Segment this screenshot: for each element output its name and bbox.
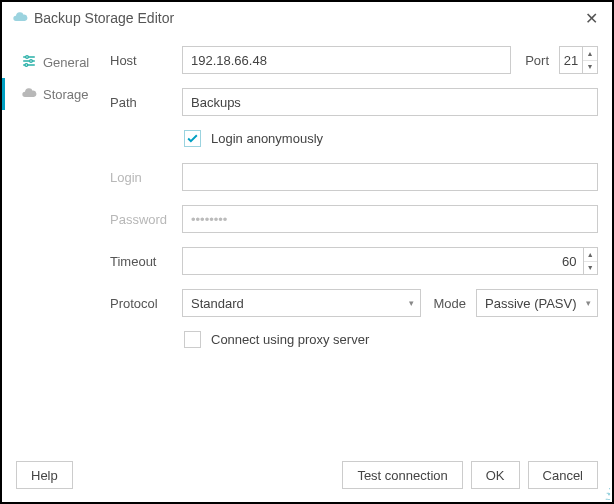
- backup-storage-editor-window: Backup Storage Editor ✕ General Storage …: [0, 0, 614, 504]
- port-input[interactable]: [560, 47, 582, 73]
- path-input[interactable]: [182, 88, 598, 116]
- footer: Help Test connection OK Cancel: [2, 448, 612, 502]
- password-input: [182, 205, 598, 233]
- sidebar: General Storage: [2, 40, 110, 438]
- proxy-label: Connect using proxy server: [211, 332, 369, 347]
- port-step-up[interactable]: ▲: [583, 47, 597, 61]
- sidebar-item-general[interactable]: General: [2, 46, 110, 78]
- port-step-down[interactable]: ▼: [583, 61, 597, 74]
- port-spinner[interactable]: ▲ ▼: [559, 46, 598, 74]
- login-anonymously-label: Login anonymously: [211, 131, 323, 146]
- test-connection-button[interactable]: Test connection: [342, 461, 462, 489]
- chevron-down-icon: ▾: [586, 298, 591, 308]
- titlebar: Backup Storage Editor ✕: [2, 2, 612, 34]
- timeout-step-down[interactable]: ▼: [584, 262, 598, 275]
- host-input[interactable]: [182, 46, 511, 74]
- help-button[interactable]: Help: [16, 461, 73, 489]
- sliders-icon: [21, 53, 37, 72]
- sidebar-item-label: General: [43, 55, 89, 70]
- protocol-value: Standard: [191, 296, 403, 311]
- path-label: Path: [110, 95, 174, 110]
- mode-select[interactable]: Passive (PASV) ▾: [476, 289, 598, 317]
- svg-point-4: [30, 59, 33, 62]
- form-panel: Host Port ▲ ▼ Path Login: [110, 40, 598, 438]
- dialog-body: General Storage Host Port ▲ ▼: [2, 34, 612, 448]
- cloud-icon: [21, 85, 37, 104]
- mode-value: Passive (PASV): [485, 296, 580, 311]
- password-label: Password: [110, 212, 174, 227]
- svg-point-5: [25, 63, 28, 66]
- timeout-step-up[interactable]: ▲: [584, 248, 598, 262]
- login-anonymously-checkbox[interactable]: [184, 130, 201, 147]
- svg-point-3: [26, 55, 29, 58]
- ok-button[interactable]: OK: [471, 461, 520, 489]
- resize-grip[interactable]: ..:..::: [605, 487, 609, 499]
- proxy-checkbox[interactable]: [184, 331, 201, 348]
- window-title: Backup Storage Editor: [34, 10, 579, 26]
- protocol-label: Protocol: [110, 296, 174, 311]
- port-label: Port: [519, 53, 551, 68]
- mode-label: Mode: [429, 296, 468, 311]
- login-input: [182, 163, 598, 191]
- timeout-label: Timeout: [110, 254, 174, 269]
- cancel-button[interactable]: Cancel: [528, 461, 598, 489]
- close-button[interactable]: ✕: [579, 9, 604, 28]
- login-label: Login: [110, 170, 174, 185]
- host-label: Host: [110, 53, 174, 68]
- cloud-icon: [12, 9, 28, 28]
- chevron-down-icon: ▾: [409, 298, 414, 308]
- sidebar-item-label: Storage: [43, 87, 89, 102]
- timeout-spinner[interactable]: ▲ ▼: [182, 247, 598, 275]
- protocol-select[interactable]: Standard ▾: [182, 289, 421, 317]
- sidebar-item-storage[interactable]: Storage: [2, 78, 110, 110]
- timeout-input[interactable]: [183, 248, 583, 274]
